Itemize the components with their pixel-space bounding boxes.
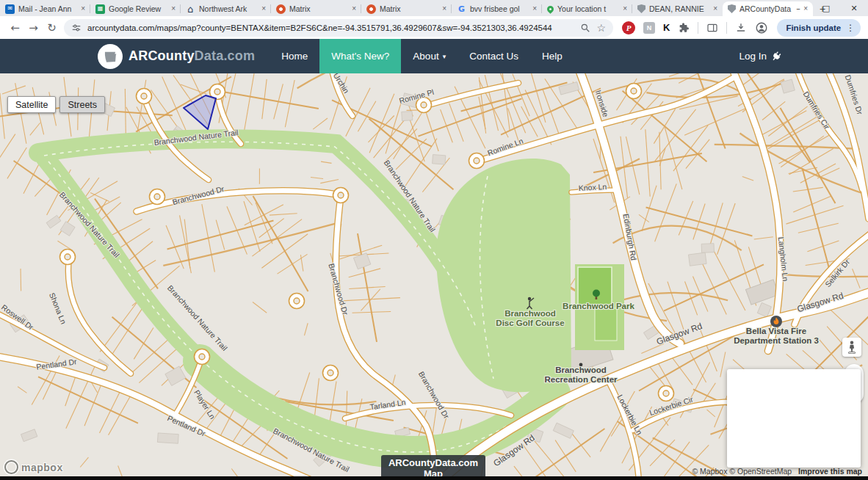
profile-avatar-icon[interactable]	[755, 21, 768, 34]
fire-station-icon	[770, 316, 782, 327]
mapbox-logo-text: mapbox	[21, 462, 63, 473]
url-bar[interactable]: arcountydata.com/maps/map?county=BENTAX&…	[64, 19, 613, 37]
brand-title[interactable]: ARCountyData.com	[129, 48, 255, 64]
tab-close-icon[interactable]: ×	[261, 5, 266, 12]
extensions-puzzle-icon[interactable]	[678, 22, 690, 34]
brand-bold: ARCounty	[129, 48, 195, 63]
toolbar-divider	[726, 22, 727, 34]
bottom-edge-bar	[0, 476, 868, 480]
sheets-favicon-icon: ▦	[95, 4, 105, 14]
login-label: Log In	[739, 51, 767, 62]
downloads-icon[interactable]	[735, 22, 747, 34]
layer-button-satellite[interactable]: Satellite	[7, 96, 56, 113]
home-favicon-icon: ⌂	[186, 4, 195, 14]
nav-item-help[interactable]: Help	[530, 39, 574, 73]
browser-tab[interactable]: Matrix×	[271, 1, 361, 16]
tab-close-icon[interactable]: ×	[171, 5, 176, 12]
gray-extension-icon[interactable]: N	[643, 22, 655, 34]
browser-tab[interactable]: DEAN, RANNIE×	[632, 1, 723, 16]
nav-item-what-s-new[interactable]: What's New?	[319, 39, 401, 73]
browser-tab[interactable]: ✉Mail - Jean Ann×	[0, 1, 90, 16]
layer-button-streets[interactable]: Streets	[59, 96, 105, 113]
nav-item-about[interactable]: About▾	[401, 39, 457, 73]
site-navbar: ARCountyData.com HomeWhat's New?About▾Co…	[0, 39, 868, 73]
site-settings-icon[interactable]	[71, 23, 82, 33]
green-areas-layer	[38, 139, 624, 453]
tab-close-icon[interactable]: ×	[532, 5, 537, 12]
nav-item-home[interactable]: Home	[270, 39, 319, 73]
back-button[interactable]: ←	[6, 18, 24, 37]
finish-update-button[interactable]: Finish update ⋮	[777, 19, 861, 37]
k-extension-icon[interactable]: K	[663, 22, 670, 33]
arcountydata-logo[interactable]	[98, 44, 123, 69]
matrix-favicon-icon	[366, 4, 376, 14]
chevron-down-icon: ▾	[443, 53, 446, 60]
address-bar: ← → ↻ arcountydata.com/maps/map?county=B…	[0, 16, 868, 39]
brand-light: Data.com	[195, 48, 256, 63]
maximize-button[interactable]: □	[812, 4, 840, 13]
mapbox-logo-icon	[4, 460, 18, 474]
pinterest-extension-icon[interactable]: P	[622, 21, 635, 34]
login-link[interactable]: Log In	[739, 51, 781, 62]
pin-favicon-icon	[546, 4, 555, 14]
tab-strip: ✉Mail - Jean Ann×▦Google Review×⌂Northwe…	[0, 0, 868, 16]
shield-favicon-icon	[728, 4, 736, 13]
browser-tab[interactable]: Gbvv frisbee gol×	[452, 1, 542, 16]
main-menu: HomeWhat's New?About▾Contact UsHelp	[270, 39, 574, 73]
zoom-level-icon[interactable]	[580, 23, 590, 33]
recreation-center-marker	[579, 363, 583, 367]
extension-icons: P N K	[622, 21, 768, 34]
map-viewport[interactable]: Branchwood Nature TrailUrchinRomine PlRo…	[0, 73, 868, 480]
map-info-popup[interactable]	[727, 369, 861, 468]
matrix-favicon-icon	[276, 4, 286, 14]
google-favicon-icon: G	[457, 4, 466, 14]
tab-title: Matrix	[289, 4, 348, 13]
tab-title: Your location t	[557, 4, 619, 13]
browser-tab[interactable]: ▦Google Review×	[90, 1, 181, 16]
shield-favicon-icon	[637, 4, 645, 13]
tab-title: Google Review	[109, 4, 167, 13]
browser-tab[interactable]: Your location t×	[542, 1, 632, 16]
side-panel-icon[interactable]	[706, 22, 718, 34]
mapbox-logo[interactable]: mapbox	[4, 460, 63, 474]
plug-icon	[769, 49, 784, 64]
tab-close-icon[interactable]: ×	[713, 5, 717, 12]
tab-title: bvv frisbee gol	[470, 4, 529, 13]
street-view-pegman-button[interactable]	[842, 338, 861, 357]
outlook-favicon-icon: ✉	[5, 4, 15, 14]
close-button[interactable]: ✕	[840, 4, 868, 13]
bookmark-star-icon[interactable]: ☆	[596, 22, 606, 34]
map-layer-toggle: SatelliteStreets	[7, 96, 105, 113]
tab-close-icon[interactable]: ×	[352, 5, 356, 12]
attribution-text[interactable]: © Mapbox © OpenStreetMap	[692, 467, 792, 476]
improve-map-link[interactable]: Improve this map	[798, 467, 862, 476]
tab-title: Northwest Ark	[199, 4, 258, 13]
browser-tab[interactable]: ⌂Northwest Ark×	[181, 1, 271, 16]
minimize-button[interactable]: –	[784, 4, 812, 13]
forward-button[interactable]: →	[24, 18, 43, 37]
browser-menu-icon[interactable]: ⋮	[846, 23, 855, 33]
nav-item-contact-us[interactable]: Contact Us	[457, 39, 530, 73]
tabs: ✉Mail - Jean Ann×▦Google Review×⌂Northwe…	[0, 0, 813, 16]
tab-close-icon[interactable]: ×	[442, 5, 446, 12]
browser-tab[interactable]: Matrix×	[361, 1, 452, 16]
selected-parcel-highlight[interactable]	[184, 95, 216, 129]
reload-button[interactable]: ↻	[43, 18, 61, 37]
toolbar-divider	[698, 22, 698, 34]
tab-title: DEAN, RANNIE	[649, 4, 709, 13]
tab-title: Mail - Jean Ann	[18, 4, 77, 13]
tab-close-icon[interactable]: ×	[81, 5, 85, 12]
window-controls: – □ ✕	[784, 0, 868, 16]
map-attribution: © Mapbox © OpenStreetMap Improve this ma…	[692, 467, 862, 476]
tab-close-icon[interactable]: ×	[623, 5, 627, 12]
screen: ✉Mail - Jean Ann×▦Google Review×⌂Northwe…	[0, 0, 868, 480]
url-text[interactable]: arcountydata.com/maps/map?county=BENTAX&…	[87, 23, 574, 32]
tab-title: Matrix	[380, 4, 438, 13]
